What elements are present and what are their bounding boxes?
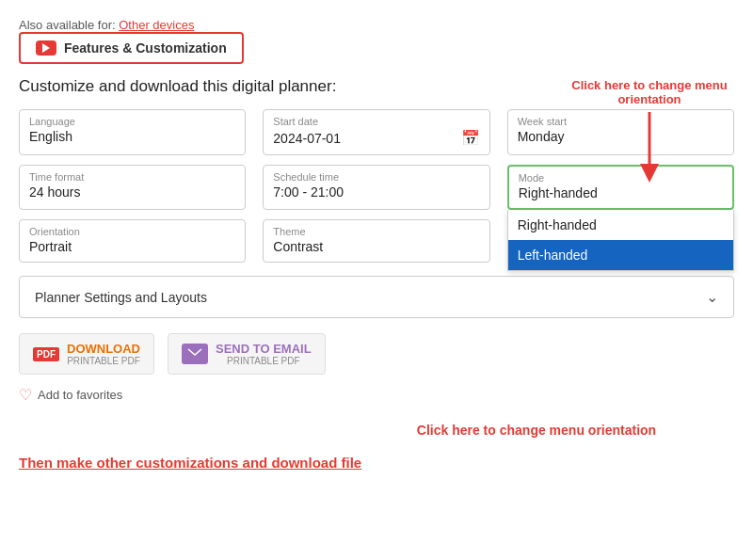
start-date-label: Start date: [273, 116, 479, 127]
orientation-label: Orientation: [29, 226, 235, 237]
action-buttons: PDF DOWNLOAD PRINTABLE PDF SEND TO EMAIL…: [19, 333, 734, 375]
also-available-line: Also available for: Other devices: [19, 17, 734, 32]
also-available-text: Also available for:: [19, 18, 116, 32]
calendar-icon: 📅: [461, 129, 480, 147]
schedule-time-field[interactable]: Schedule time 7:00 - 21:00: [263, 165, 489, 210]
add-favorites-label: Add to favorites: [38, 388, 122, 402]
language-value: English: [29, 129, 72, 144]
week-start-label: Week start: [518, 116, 724, 127]
orientation-field[interactable]: Orientation Portrait: [19, 219, 246, 263]
pdf-badge: PDF: [33, 347, 59, 361]
email-icon: [187, 348, 202, 360]
language-field[interactable]: Language English: [19, 109, 246, 155]
theme-label: Theme: [273, 226, 479, 237]
mode-label: Mode: [519, 172, 723, 184]
time-format-value: 24 hours: [29, 184, 80, 200]
add-favorites-button[interactable]: ♡ Add to favorites: [19, 386, 734, 404]
mode-dropdown-container[interactable]: Mode Right-handed Right-handed Left-hand…: [507, 165, 734, 210]
start-date-field[interactable]: Start date 2024-07-01 📅: [263, 109, 489, 155]
features-button-label: Features & Customization: [64, 40, 227, 56]
start-date-value: 2024-07-01: [273, 131, 341, 146]
chevron-down-icon: ⌄: [706, 288, 718, 306]
heart-icon: ♡: [19, 386, 32, 404]
schedule-time-label: Schedule time: [273, 171, 479, 183]
week-start-field[interactable]: Week start Monday: [507, 109, 734, 155]
mode-option-left-handed[interactable]: Left-handed: [508, 240, 733, 270]
send-email-sub-text: PRINTABLE PDF: [216, 356, 312, 366]
email-icon-bg: [182, 344, 208, 364]
customize-title: Customize and download this digital plan…: [19, 77, 734, 96]
mode-field[interactable]: Mode Right-handed: [507, 165, 734, 210]
other-devices-link[interactable]: Other devices: [119, 18, 194, 32]
planner-settings-bar[interactable]: Planner Settings and Layouts ⌄: [19, 276, 734, 318]
annotation-area: Click here to change menu orientation: [19, 423, 734, 438]
time-format-field[interactable]: Time format 24 hours: [19, 165, 246, 210]
language-label: Language: [29, 116, 235, 127]
download-text-group: DOWNLOAD PRINTABLE PDF: [67, 342, 140, 366]
mode-dropdown-menu[interactable]: Right-handed Left-handed: [507, 210, 734, 271]
click-annotation-text: Click here to change menu orientation: [339, 423, 734, 438]
orientation-value: Portrait: [29, 239, 72, 254]
email-text-group: SEND TO EMAIL PRINTABLE PDF: [216, 342, 312, 366]
features-customization-button[interactable]: Features & Customization: [19, 32, 244, 64]
theme-value: Contrast: [273, 239, 323, 254]
form-grid: Language English Start date 2024-07-01 📅…: [19, 109, 734, 263]
mode-value: Right-handed: [519, 185, 598, 200]
week-start-value: Monday: [518, 129, 565, 144]
send-email-main-text: SEND TO EMAIL: [216, 342, 312, 356]
download-sub-text: PRINTABLE PDF: [67, 356, 140, 366]
bottom-annotation: Then make other customizations and downl…: [19, 455, 734, 471]
mode-option-right-handed[interactable]: Right-handed: [508, 210, 733, 240]
youtube-icon: [36, 40, 56, 56]
time-format-label: Time format: [29, 171, 235, 183]
theme-field[interactable]: Theme Contrast: [263, 219, 489, 263]
send-email-button[interactable]: SEND TO EMAIL PRINTABLE PDF: [168, 333, 326, 375]
planner-settings-label: Planner Settings and Layouts: [35, 290, 207, 305]
download-main-text: DOWNLOAD: [67, 342, 140, 356]
schedule-time-value: 7:00 - 21:00: [273, 184, 344, 200]
download-button[interactable]: PDF DOWNLOAD PRINTABLE PDF: [19, 333, 154, 375]
